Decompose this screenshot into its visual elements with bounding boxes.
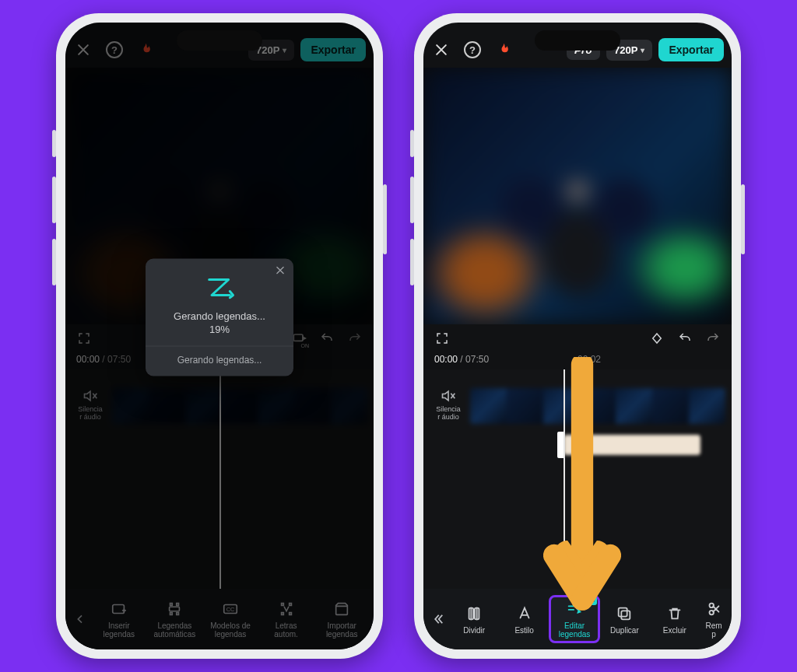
bottom-toolbar: Dividir Estilo New Editar legendas Dupl [423,589,732,649]
tool-remover[interactable]: Rem p [700,597,727,642]
modal-status-text: Gerando legendas... [156,310,283,321]
video-preview [423,68,732,324]
modal-divider [146,345,293,346]
style-icon [515,604,534,623]
screen-left: ? 720P Exportar [65,23,374,649]
new-badge: New [580,597,597,605]
tool-dividir[interactable]: Dividir [450,601,498,638]
close-icon[interactable] [431,40,451,60]
app-logo-icon [204,275,235,299]
remove-icon [704,600,723,618]
tool-excluir[interactable]: Excluir [651,601,699,638]
top-bar: ? Pro 720P Exportar [423,23,732,63]
phone-right: ? Pro 720P Exportar [414,13,741,659]
split-icon [465,604,483,623]
side-button [410,130,414,157]
preview-thumbnail [423,68,732,324]
side-button [741,184,745,254]
generating-captions-modal: Gerando legendas... 19% Gerando legendas… [146,258,293,376]
screen-right: ? Pro 720P Exportar [423,23,732,649]
svg-rect-8 [622,611,630,619]
tool-editar-legendas[interactable]: New Editar legendas [550,597,599,642]
resolution-chip[interactable]: 720P [606,40,652,61]
back-icon[interactable] [428,600,448,639]
modal-subtext: Gerando legendas... [156,354,283,365]
time-current: 00:00 [434,354,458,365]
time-marker: 00:02 [520,354,658,365]
side-button [410,239,414,285]
clip-thumbnails[interactable] [470,388,725,424]
export-button[interactable]: Exportar [658,38,724,61]
redo-icon[interactable] [705,331,721,346]
keyframe-icon[interactable] [649,331,665,346]
fullscreen-icon[interactable] [434,331,450,346]
side-button [52,177,56,223]
timeline[interactable]: Silencia r áudio [423,369,732,589]
phone-left: ? 720P Exportar [56,13,383,659]
delete-icon [665,604,684,623]
svg-rect-7 [619,607,627,616]
side-button [410,177,414,223]
mute-audio-button[interactable]: Silencia r áudio [431,388,465,421]
undo-icon[interactable] [677,331,693,346]
modal-progress-percent: 19% [156,323,283,334]
help-icon[interactable]: ? [462,40,483,60]
time-total: 07:50 [465,354,489,365]
tool-duplicar[interactable]: Duplicar [600,601,648,638]
preview-controls [423,324,732,352]
playhead[interactable] [564,369,565,589]
flame-icon[interactable] [493,40,514,60]
tool-estilo[interactable]: Estilo [500,601,548,638]
side-button [52,130,56,157]
side-button [52,239,56,285]
time-row: 00:00 / 07:50 00:02 [423,352,732,369]
caption-track[interactable] [564,435,700,455]
modal-close-icon[interactable] [275,264,286,278]
pro-badge[interactable]: Pro [567,40,600,60]
side-button [383,184,387,254]
duplicate-icon [615,604,634,623]
